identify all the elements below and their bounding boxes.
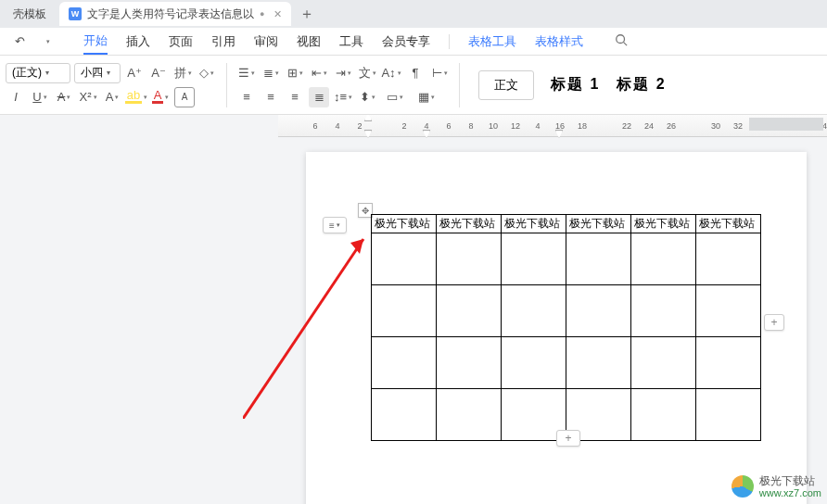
left-indent-marker[interactable] (364, 115, 373, 121)
clear-format-icon[interactable]: ◇ (197, 63, 217, 83)
decrease-font-icon[interactable]: A⁻ (148, 63, 169, 83)
highlight-icon[interactable]: ab (126, 87, 146, 107)
new-tab-button[interactable]: ＋ (295, 2, 319, 26)
svg-line-2 (243, 239, 363, 419)
watermark-url: www.xz7.com (759, 487, 821, 498)
ruler-tick: 32 (727, 121, 749, 131)
font-effects-icon[interactable]: A (102, 87, 122, 107)
tab-template[interactable]: 壳模板 (4, 2, 56, 26)
undo-history-icon[interactable] (37, 32, 57, 52)
table-cell[interactable] (566, 337, 631, 389)
align-justify-icon[interactable]: ≣ (309, 87, 329, 107)
font-size-select[interactable]: 小四 ▾ (74, 63, 121, 83)
undo-icon[interactable]: ↶ (9, 32, 30, 52)
hanging-indent-marker[interactable] (423, 130, 431, 138)
table-cell[interactable] (696, 233, 761, 285)
text-direction-icon[interactable]: 文 (357, 63, 377, 83)
plus-icon: + (770, 316, 777, 329)
ruler-tick: 4 (326, 121, 349, 131)
table-cell[interactable] (437, 285, 502, 337)
search-icon[interactable] (615, 33, 628, 49)
row-icon: ≡ (329, 220, 335, 231)
menu-view[interactable]: 视图 (297, 30, 321, 54)
svg-marker-3 (350, 239, 363, 254)
menu-start[interactable]: 开始 (83, 29, 108, 55)
horizontal-ruler[interactable]: 64224681012416182224263032363840424446 (278, 115, 827, 137)
table-header-cell[interactable]: 极光下载站 (631, 215, 696, 233)
menu-table-tools[interactable]: 表格工具 (468, 30, 516, 54)
style-heading2-button[interactable]: 标题 2 (617, 75, 666, 94)
table-header-cell[interactable]: 极光下载站 (502, 215, 566, 233)
table-cell[interactable] (566, 285, 631, 337)
table-header-cell[interactable]: 极光下载站 (696, 215, 761, 233)
table-cell[interactable] (437, 337, 502, 389)
menu-member[interactable]: 会员专享 (382, 30, 430, 54)
table-cell[interactable] (566, 233, 631, 285)
table-cell[interactable] (502, 285, 566, 337)
char-border-icon[interactable]: A (174, 87, 195, 107)
style-heading1-button[interactable]: 标题 1 (551, 75, 600, 94)
menu-tools[interactable]: 工具 (339, 30, 363, 54)
document-table[interactable]: 极光下载站极光下载站极光下载站极光下载站极光下载站极光下载站 (371, 214, 761, 441)
strike-icon[interactable]: A (54, 87, 74, 107)
menu-review[interactable]: 审阅 (254, 30, 278, 54)
table-cell[interactable] (631, 337, 696, 389)
table-cell[interactable] (696, 389, 761, 441)
separator (449, 34, 450, 49)
distribute-icon[interactable]: ⬍ (357, 87, 377, 107)
separator (459, 63, 460, 107)
tab-label: 壳模板 (13, 6, 46, 22)
align-left-icon[interactable]: ≡ (236, 87, 257, 107)
table-cell[interactable] (437, 389, 502, 441)
menu-page[interactable]: 页面 (169, 30, 193, 54)
underline-icon[interactable]: U (30, 87, 50, 107)
ruler-tick: 2 (349, 121, 371, 131)
font-color-icon[interactable]: A (150, 87, 171, 107)
row-options-handle[interactable]: ≡ (323, 217, 347, 233)
multilevel-list-icon[interactable]: ⊞ (285, 63, 305, 83)
italic-icon[interactable]: I (6, 87, 26, 107)
table-cell[interactable] (502, 233, 566, 285)
decrease-indent-icon[interactable]: ⇤ (309, 63, 329, 83)
shading-icon[interactable]: ▭ (381, 87, 409, 107)
table-cell[interactable] (372, 389, 437, 441)
table-cell[interactable] (631, 233, 696, 285)
first-line-indent-marker[interactable] (364, 130, 373, 138)
table-cell[interactable] (372, 337, 437, 389)
increase-font-icon[interactable]: A⁺ (124, 63, 145, 83)
align-right-icon[interactable]: ≡ (285, 87, 305, 107)
number-list-icon[interactable]: ≣ (261, 63, 281, 83)
increase-indent-icon[interactable]: ⇥ (333, 63, 353, 83)
menu-insert[interactable]: 插入 (126, 30, 150, 54)
menu-reference[interactable]: 引用 (211, 30, 235, 54)
font-name-select[interactable]: (正文) ▾ (6, 63, 70, 83)
table-cell[interactable] (696, 337, 761, 389)
table-header-cell[interactable]: 极光下载站 (437, 215, 502, 233)
align-center-icon[interactable]: ≡ (261, 87, 281, 107)
menu-table-styles[interactable]: 表格样式 (535, 30, 583, 54)
table-cell[interactable] (631, 285, 696, 337)
add-row-button[interactable]: + (556, 430, 580, 447)
table-header-cell[interactable]: 极光下载站 (566, 215, 631, 233)
table-cell[interactable] (631, 389, 696, 441)
bullet-list-icon[interactable]: ☰ (236, 63, 257, 83)
line-spacing-icon[interactable]: ↕≡ (333, 87, 353, 107)
tab-stops-icon[interactable]: ⊢ (429, 63, 450, 83)
table-cell[interactable] (372, 233, 437, 285)
table-cell[interactable] (437, 233, 502, 285)
borders-icon[interactable]: ▦ (413, 87, 440, 107)
table-header-cell[interactable]: 极光下载站 (372, 215, 437, 233)
phonetic-guide-icon[interactable]: 拼 (172, 63, 193, 83)
table-cell[interactable] (502, 337, 566, 389)
table-cell[interactable] (372, 285, 437, 337)
table-cell[interactable] (696, 285, 761, 337)
close-icon[interactable]: ✕ (274, 8, 282, 20)
sort-icon[interactable]: A↕ (381, 63, 401, 83)
show-marks-icon[interactable]: ¶ (405, 63, 426, 83)
style-body-button[interactable]: 正文 (478, 70, 534, 100)
superscript-icon[interactable]: X² (78, 87, 98, 107)
add-column-button[interactable]: + (764, 314, 784, 331)
right-indent-marker[interactable] (555, 130, 564, 138)
tab-document[interactable]: W 文字是人类用符号记录表达信息以 ● ✕ (59, 2, 291, 26)
toolbar: (正文) ▾ 小四 ▾ A⁺ A⁻ 拼 ◇ I U A X² A ab A A … (0, 56, 827, 115)
